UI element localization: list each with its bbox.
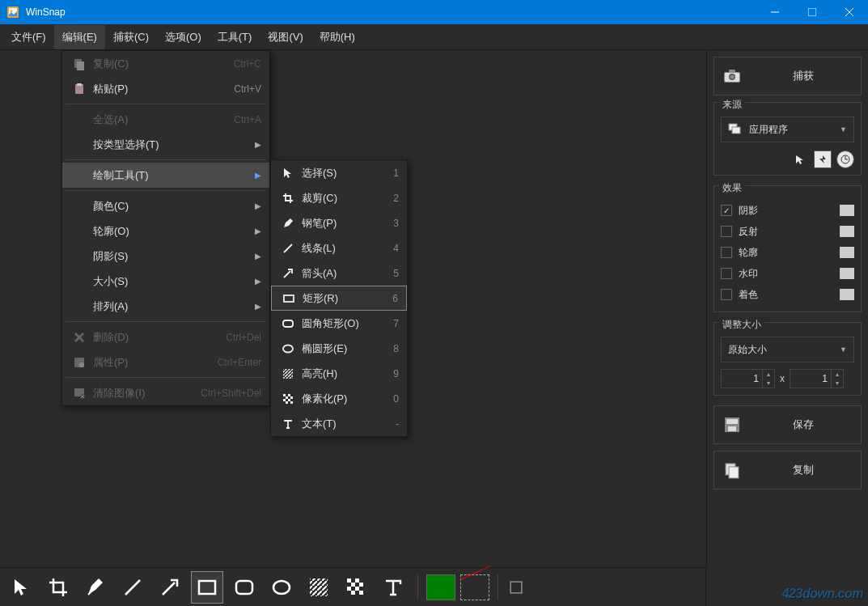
menu-help[interactable]: 帮助(H) xyxy=(311,25,363,49)
effect-watermark[interactable]: 水印 xyxy=(721,263,854,284)
menu-view[interactable]: 视图(V) xyxy=(260,25,311,49)
tool-item-highlight[interactable]: 高亮(H)9 xyxy=(271,361,407,386)
source-combo[interactable]: 应用程序 ▼ xyxy=(721,117,854,142)
effects-panel: 效果 阴影 反射 轮廓 水印 着色 xyxy=(713,185,862,312)
tool-select[interactable] xyxy=(5,571,37,604)
cursor-toggle[interactable] xyxy=(791,150,809,168)
tool-pen[interactable] xyxy=(79,571,112,604)
fill-color-swatch[interactable] xyxy=(426,574,455,600)
svg-rect-24 xyxy=(199,581,215,594)
pixelate-icon xyxy=(279,392,297,405)
stroke-color-swatch[interactable] xyxy=(460,574,489,600)
svg-rect-61 xyxy=(283,399,286,401)
tool-item-arrow[interactable]: 箭头(A)5 xyxy=(271,261,407,286)
menu-tools[interactable]: 工具(T) xyxy=(210,25,260,49)
tool-item-crop[interactable]: 裁剪(C)2 xyxy=(271,185,407,210)
tool-ellipse[interactable] xyxy=(265,571,298,604)
svg-rect-31 xyxy=(351,583,355,587)
tool-crop[interactable] xyxy=(42,571,74,604)
up-arrow-icon[interactable]: ▲ xyxy=(763,370,774,379)
edit-copy[interactable]: 复制(C) Ctrl+C xyxy=(62,51,269,76)
effects-title: 效果 xyxy=(719,181,745,195)
checkbox-icon xyxy=(721,226,732,237)
effect-tint[interactable]: 着色 xyxy=(721,284,854,305)
tool-round-rect[interactable] xyxy=(228,571,260,604)
checkbox-icon xyxy=(721,289,732,300)
swatch-icon[interactable] xyxy=(840,289,854,300)
swatch-icon[interactable] xyxy=(840,205,854,216)
rect-icon xyxy=(280,292,298,305)
up-arrow-icon[interactable]: ▲ xyxy=(832,370,843,379)
height-input[interactable] xyxy=(790,373,831,384)
tool-item-text[interactable]: 文本(T)- xyxy=(271,411,407,436)
edit-selectbytype[interactable]: 按类型选择(T) ▶ xyxy=(62,132,269,157)
resize-combo[interactable]: 原始大小 ▼ xyxy=(721,337,854,362)
tool-line[interactable] xyxy=(116,571,149,604)
floppy-icon xyxy=(722,415,742,434)
maximize-button[interactable] xyxy=(794,0,831,24)
edit-size[interactable]: 大小(S)▶ xyxy=(62,269,269,294)
menu-separator xyxy=(66,321,266,322)
edit-delete[interactable]: 删除(D) Ctrl+Del xyxy=(62,324,269,350)
effect-shadow[interactable]: 阴影 xyxy=(721,200,854,221)
tool-rect[interactable] xyxy=(191,571,223,604)
tool-more[interactable] xyxy=(506,571,526,604)
swatch-icon[interactable] xyxy=(840,247,854,258)
down-arrow-icon[interactable]: ▼ xyxy=(832,379,843,388)
tool-item-pen[interactable]: 钢笔(P)3 xyxy=(271,210,407,235)
width-input[interactable] xyxy=(722,373,762,384)
width-spinner[interactable]: ▲▼ xyxy=(721,369,775,388)
save-button[interactable]: 保存 xyxy=(713,405,862,444)
round-rect-icon xyxy=(279,317,297,330)
pen-icon xyxy=(279,217,297,230)
tool-item-select[interactable]: 选择(S)1 xyxy=(271,160,407,185)
swatch-icon[interactable] xyxy=(840,226,854,237)
submenu-arrow-icon: ▶ xyxy=(255,277,261,286)
submenu-arrow-icon: ▶ xyxy=(255,227,261,235)
edit-shadow[interactable]: 阴影(S)▶ xyxy=(62,244,269,269)
close-button[interactable] xyxy=(831,0,868,24)
tool-text[interactable] xyxy=(377,571,409,604)
effect-reflect[interactable]: 反射 xyxy=(721,221,854,242)
capture-button[interactable]: 捕获 xyxy=(713,57,862,95)
window-title: WinSnap xyxy=(26,6,756,18)
minimize-button[interactable] xyxy=(756,0,794,24)
tool-item-pixelate[interactable]: 像素化(P)0 xyxy=(271,386,407,411)
save-label: 保存 xyxy=(753,417,853,432)
edit-outline[interactable]: 轮廓(O)▶ xyxy=(62,218,269,244)
tool-highlight[interactable] xyxy=(303,571,335,604)
edit-drawtools[interactable]: 绘制工具(T) ▶ xyxy=(62,163,269,188)
svg-rect-32 xyxy=(359,583,363,587)
menu-edit[interactable]: 编辑(E) xyxy=(54,25,105,49)
windows-icon xyxy=(728,123,741,136)
height-spinner[interactable]: ▲▼ xyxy=(790,369,844,388)
menu-file[interactable]: 文件(F) xyxy=(3,25,54,49)
timer-toggle[interactable] xyxy=(836,150,854,168)
edit-clearimage[interactable]: 清除图像(I) Ctrl+Shift+Del xyxy=(62,380,269,405)
text-icon xyxy=(279,417,297,430)
edit-paste[interactable]: 粘贴(P) Ctrl+V xyxy=(62,76,269,101)
edit-properties[interactable]: 属性(P) Ctrl+Enter xyxy=(62,350,269,375)
effect-outline[interactable]: 轮廓 xyxy=(721,242,854,263)
crop-icon xyxy=(279,192,297,205)
flash-toggle[interactable] xyxy=(814,150,832,168)
tool-item-line[interactable]: 线条(L)4 xyxy=(271,235,407,261)
source-value: 应用程序 xyxy=(749,123,832,137)
svg-rect-13 xyxy=(732,127,740,133)
swatch-icon[interactable] xyxy=(840,268,854,279)
tool-item-ellipse[interactable]: 椭圆形(E)8 xyxy=(271,336,407,361)
tool-pixelate[interactable] xyxy=(340,571,372,604)
clear-image-icon xyxy=(70,387,88,400)
edit-selectall[interactable]: 全选(A) Ctrl+A xyxy=(62,107,269,132)
menu-options[interactable]: 选项(O) xyxy=(157,25,210,49)
edit-arrange[interactable]: 排列(A)▶ xyxy=(62,294,269,319)
tool-item-rect[interactable]: 矩形(R)6 xyxy=(271,286,407,311)
menu-capture[interactable]: 捕获(C) xyxy=(105,25,157,49)
svg-rect-34 xyxy=(355,587,359,591)
copy-button[interactable]: 复制 xyxy=(713,451,862,489)
edit-color[interactable]: 颜色(C)▶ xyxy=(62,193,269,218)
tool-item-rrect[interactable]: 圆角矩形(O)7 xyxy=(271,311,407,336)
svg-rect-56 xyxy=(283,369,293,379)
down-arrow-icon[interactable]: ▼ xyxy=(763,379,774,388)
tool-arrow[interactable] xyxy=(154,571,186,604)
